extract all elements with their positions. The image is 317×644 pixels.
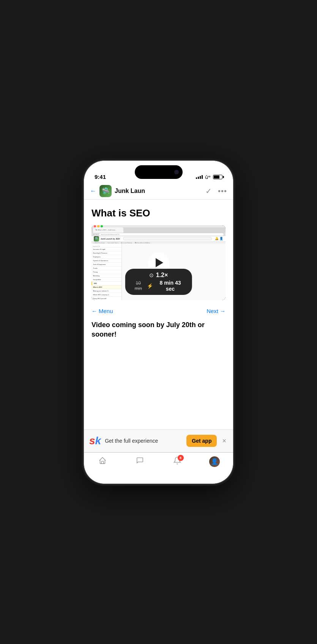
- sidebar-making-website: Making your website S...: [91, 289, 121, 293]
- app-icon: 🛸: [99, 185, 112, 197]
- skool-logo: sk: [89, 436, 101, 446]
- bottom-banner: sk Get the full experience Get app ×: [84, 429, 233, 452]
- content-spacer: [91, 339, 226, 362]
- sidebar-pricing: Pricing: [91, 270, 121, 274]
- sidebar-what-is-seo: What is SEO: [91, 285, 121, 289]
- menu-label: Menu: [99, 308, 113, 314]
- gauge-icon: ⊙: [149, 272, 154, 278]
- sidebar-insurance: Insurance & Legal: [91, 248, 121, 251]
- browser-sidebar: Inspection List Insurance & Legal Brandi…: [91, 244, 122, 301]
- sidebar-which-company: Which SEO company d...: [91, 293, 121, 297]
- tab-notifications[interactable]: 8: [159, 456, 196, 467]
- signal-icon: [196, 175, 203, 179]
- sidebar-employees: Employees: [91, 255, 121, 259]
- tab-profile[interactable]: 👤: [196, 456, 233, 467]
- banner-close-button[interactable]: ×: [221, 436, 228, 447]
- content-area: What is SEO 🛸 What is SEO – Junk Laun.: [84, 200, 233, 429]
- dynamic-island: [135, 165, 183, 179]
- camera-dot: [174, 170, 179, 174]
- sidebar-marketing: Marketing: [91, 274, 121, 278]
- nav-title: Junk Laun: [115, 188, 205, 194]
- profile-avatar: 👤: [209, 456, 220, 467]
- speed-multiplier: 1.2×: [156, 272, 168, 279]
- page-title: What is SEO: [91, 207, 226, 219]
- nav-header: ← 🛸 Junk Laun ✓ •••: [84, 183, 233, 200]
- banner-text: Get the full experience: [105, 438, 183, 444]
- wifi-icon: ǔʷ: [205, 174, 211, 180]
- more-options-icon[interactable]: •••: [218, 187, 227, 196]
- back-button[interactable]: ←: [90, 187, 96, 195]
- next-label: Next: [207, 308, 218, 314]
- next-link[interactable]: Next →: [207, 308, 226, 314]
- nav-actions: ✓ •••: [205, 186, 227, 196]
- status-icons: ǔʷ: [196, 174, 222, 180]
- tab-messages[interactable]: [121, 456, 158, 467]
- new-time: 8 min 43 sec: [155, 280, 185, 292]
- home-icon: [98, 456, 107, 467]
- phone-screen: 9:41 ǔʷ ← 🛸 Junk Laun: [84, 161, 233, 484]
- logo-k: k: [95, 435, 101, 447]
- phone-frame: 9:41 ǔʷ ← 🛸 Junk Laun: [84, 161, 233, 484]
- status-time: 9:41: [95, 174, 106, 180]
- sidebar-branding: Branding & Presence: [91, 251, 121, 255]
- video-navigation: ← Menu Next →: [91, 306, 226, 319]
- logo-s: s: [89, 435, 95, 447]
- get-app-button[interactable]: Get app: [186, 435, 217, 447]
- tab-home[interactable]: [84, 456, 121, 467]
- browser-tab: 🛸 What is SEO – Junk Laun...: [93, 227, 123, 233]
- sidebar-doing-seo: Doing SEO yourself: [91, 297, 121, 301]
- sidebar-tools: Tools & Equipment: [91, 263, 121, 266]
- bell-wrapper: 8: [173, 456, 181, 467]
- check-icon[interactable]: ✓: [205, 186, 212, 196]
- speed-info-top: ⊙ 1.2×: [132, 272, 185, 279]
- next-arrow: →: [220, 308, 226, 314]
- original-time: 10 min: [132, 280, 145, 291]
- chat-icon: [136, 456, 144, 467]
- sidebar-google-ads: Google Ads: [91, 278, 121, 282]
- coming-soon-text: Video coming soon by July 20th or sooner…: [91, 320, 226, 339]
- sidebar-systems: Systems & Operations: [91, 259, 121, 263]
- sidebar-trucks: Trucks: [91, 266, 121, 270]
- notification-badge: 8: [178, 455, 184, 461]
- battery-icon: [213, 175, 222, 179]
- menu-link[interactable]: ← Menu: [91, 308, 113, 314]
- tab-bar: 8 👤: [84, 452, 233, 484]
- video-player[interactable]: 🛸 What is SEO – Junk Laun... ← → skool.c…: [91, 225, 226, 301]
- lightning-icon: ⚡: [147, 283, 153, 289]
- sidebar-seo-header: SEO: [91, 282, 121, 285]
- speed-overlay: ⊙ 1.2× 10 min ⚡ 8 min 43 sec: [125, 269, 192, 295]
- speed-info-bottom: 10 min ⚡ 8 min 43 sec: [132, 280, 185, 292]
- play-triangle-icon: [156, 258, 163, 267]
- browser-tabs: 🛸 What is SEO – Junk Laun...: [91, 227, 226, 233]
- menu-back-arrow: ←: [91, 308, 97, 314]
